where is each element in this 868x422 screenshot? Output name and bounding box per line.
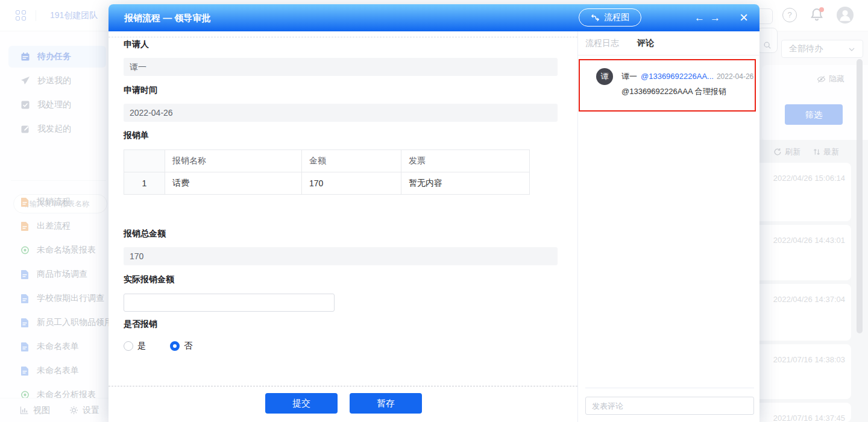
cell-amount: 170 — [302, 172, 401, 195]
save-draft-button[interactable]: 暂存 — [350, 393, 422, 414]
cell-index: 1 — [124, 172, 165, 195]
total-amount-field: 170 — [124, 247, 558, 265]
header-expense-name: 报销名称 — [165, 150, 302, 172]
approval-form: 申请人 谭一 申请时间 2022-04-26 报销单 报销名称 金额 发票 1 … — [108, 31, 577, 422]
prev-arrow-icon[interactable]: ← — [694, 12, 705, 24]
comment-input-divider — [585, 388, 754, 388]
applicant-field: 谭一 — [124, 58, 558, 76]
comment-panel: 流程日志 评论 谭 谭一 @13369692226AA... 2022-04-2… — [577, 31, 760, 422]
cell-invoice: 暂无内容 — [401, 172, 530, 195]
header-amount: 金额 — [302, 150, 401, 172]
modal-header: 报销流程 — 领导审批 流程图 ← → × — [108, 4, 760, 31]
radio-no-label[interactable]: 否 — [184, 341, 192, 351]
comment-mention-link[interactable]: @13369692226AA... — [641, 72, 714, 81]
approval-modal: 报销流程 — 领导审批 流程图 ← → × 申请人 谭一 申请时间 2022-0… — [108, 4, 760, 422]
screen: 191创建团队 ? 待办任务 抄送我的 我处理的 我发起的 — [0, 0, 868, 422]
header-invoice: 发票 — [401, 150, 530, 172]
comment-avatar: 谭 — [596, 68, 613, 85]
close-icon[interactable]: × — [735, 4, 752, 31]
radio-yes[interactable] — [124, 341, 133, 351]
comment-input[interactable] — [585, 397, 754, 415]
flowchart-label: 流程图 — [604, 12, 629, 23]
header-index — [124, 150, 165, 172]
submit-button[interactable]: 提交 — [265, 393, 338, 414]
flowchart-button[interactable]: 流程图 — [579, 8, 641, 27]
applicant-label: 申请人 — [124, 39, 149, 50]
reimburse-label: 是否报销 — [124, 319, 157, 330]
table-row: 1 话费 170 暂无内容 — [124, 172, 530, 195]
comment-author: 谭一 — [621, 71, 637, 82]
radio-no[interactable] — [170, 341, 180, 351]
next-arrow-icon[interactable]: → — [710, 12, 720, 24]
expense-table: 报销名称 金额 发票 1 话费 170 暂无内容 — [124, 150, 530, 195]
tabs-divider — [578, 55, 760, 55]
actual-amount-input[interactable] — [124, 294, 335, 312]
comment-item-highlighted: 谭 谭一 @13369692226AA... 2022-04-26 15:38:… — [579, 59, 756, 112]
tab-process-log[interactable]: 流程日志 — [585, 38, 619, 49]
total-amount-label: 报销总金额 — [124, 228, 166, 239]
comment-body: @13369692226AAA 合理报销 — [621, 86, 726, 97]
cell-expense-name: 话费 — [165, 172, 302, 195]
modal-title: 报销流程 — 领导审批 — [124, 4, 210, 31]
expense-table-header-row: 报销名称 金额 发票 — [124, 150, 530, 172]
radio-yes-label[interactable]: 是 — [137, 341, 146, 351]
form-bottom-divider — [108, 386, 577, 386]
flowchart-icon — [591, 13, 600, 22]
apply-time-label: 申请时间 — [124, 85, 157, 96]
tab-comments[interactable]: 评论 — [637, 38, 654, 49]
expense-table-label: 报销单 — [124, 130, 149, 141]
form-top-divider — [108, 37, 577, 37]
actual-amount-label: 实际报销金额 — [124, 274, 174, 285]
apply-time-field: 2022-04-26 — [124, 104, 558, 122]
comment-timestamp: 2022-04-26 15:38:56 — [717, 72, 755, 81]
reimburse-radio-group: 是 否 — [124, 341, 208, 351]
